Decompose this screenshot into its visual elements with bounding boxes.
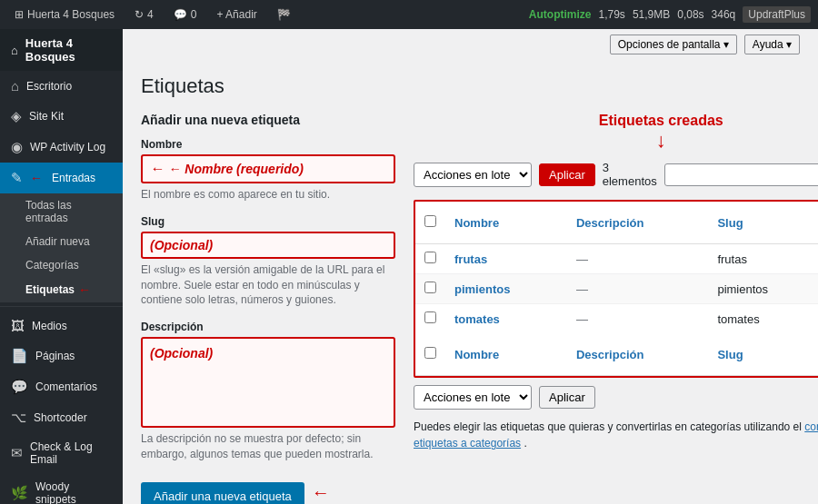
woody-icon: 🌿 <box>11 485 28 501</box>
submit-arrow: ← <box>312 482 330 503</box>
col-descripcion-header[interactable]: Descripción <box>567 202 708 244</box>
tag-name-link[interactable]: frutas <box>454 252 487 266</box>
sidebar-label-medios: Medios <box>32 320 67 332</box>
screen-options-bar: Opciones de pantalla ▾ Ayuda ▾ <box>123 29 818 60</box>
updates-badge[interactable]: ↻ 4 <box>127 8 161 21</box>
apply-button-top[interactable]: Aplicar <box>539 163 595 186</box>
footer-note: Puedes elegir las etiquetas que quieras … <box>414 419 818 451</box>
sidebar-item-comentarios[interactable]: 💬 Comentarios <box>0 371 123 402</box>
checklog-icon: ✉ <box>11 445 23 461</box>
slug-help: El «slug» es la versión amigable de la U… <box>141 262 395 308</box>
sidebar-item-medios[interactable]: 🖼 Medios <box>0 311 123 341</box>
add-new-button[interactable]: + Añadir <box>209 8 264 21</box>
row-checkbox[interactable] <box>424 252 436 263</box>
bulk-actions-select[interactable]: Acciones en lote <box>414 163 532 187</box>
col-check-header <box>415 202 445 244</box>
sidebar-label-comentarios: Comentarios <box>35 380 97 393</box>
customize-icon[interactable]: 🏁 <box>270 8 298 21</box>
slug-annotation: (Opcional) <box>141 232 395 259</box>
select-all-checkbox[interactable] <box>424 215 436 227</box>
sidebar-item-shortcoder[interactable]: ⌥ Shortcoder <box>0 402 123 433</box>
apply-button-bottom[interactable]: Aplicar <box>539 386 595 409</box>
site-name[interactable]: ⊞ Huerta 4 Bosques <box>7 8 122 21</box>
dashboard-icon: ⌂ <box>11 78 19 94</box>
sidebar-sub-todas[interactable]: Todas las entradas <box>0 193 123 230</box>
table-row: frutas — frutas 3 <box>415 244 818 274</box>
row-descripcion: — <box>567 304 708 334</box>
perf2: 51,9MB <box>633 8 670 21</box>
bulk-actions-select-bottom[interactable]: Acciones en lote <box>414 385 532 410</box>
sidebar-item-entradas[interactable]: ✎ ← Entradas <box>0 163 123 193</box>
row-nombre: tomates <box>445 304 567 334</box>
help-button[interactable]: Ayuda ▾ <box>744 35 800 54</box>
submit-tag-button[interactable]: Añadir una nueva etiqueta <box>141 482 304 504</box>
search-input[interactable] <box>664 163 818 186</box>
entradas-icon: ✎ <box>11 170 23 186</box>
tag-name-link[interactable]: tomates <box>454 312 500 326</box>
row-slug: frutas <box>708 244 818 274</box>
down-arrow: ↓ <box>414 129 818 153</box>
screen-options-button[interactable]: Opciones de pantalla ▾ <box>610 35 737 54</box>
add-tag-form: Añadir una nueva etiqueta Nombre ← ← Nom… <box>141 113 395 504</box>
comentarios-icon: 💬 <box>11 379 28 395</box>
sidebar-label-woody: Woody snippets <box>35 480 112 504</box>
desc-label: Descripción <box>141 321 395 333</box>
row-slug: tomates <box>708 304 818 334</box>
nombre-label: Nombre <box>141 138 395 151</box>
sidebar-label-escritorio: Escritorio <box>26 80 72 93</box>
sidebar-sub-categorias[interactable]: Categorías <box>0 253 123 277</box>
sidebar-item-woody[interactable]: 🌿 Woody snippets <box>0 473 123 504</box>
etiquetas-creadas-annotation: Etiquetas creadas ↓ <box>414 113 818 153</box>
sidebar-item-paginas[interactable]: 📄 Páginas <box>0 341 123 371</box>
table-toolbar-bottom: Acciones en lote Aplicar 3 elementos <box>414 385 818 410</box>
col-slug-header[interactable]: Slug <box>708 202 818 244</box>
form-title: Añadir una nueva etiqueta <box>141 113 395 127</box>
tag-name-link[interactable]: pimientos <box>454 282 510 296</box>
sidebar-sub-anadir[interactable]: Añadir nueva <box>0 230 123 253</box>
tags-table-col: Etiquetas creadas ↓ Acciones en lote Apl… <box>414 113 818 504</box>
wp-icon: ⊞ <box>15 8 24 21</box>
admin-bar: ⊞ Huerta 4 Bosques ↻ 4 💬 0 + Añadir 🏁 Au… <box>0 0 818 29</box>
updraftplus-button[interactable]: UpdraftPlus <box>743 6 811 23</box>
sidebar-item-check-log[interactable]: ✉ Check & Log Email <box>0 433 123 473</box>
row-checkbox[interactable] <box>424 311 436 323</box>
sidebar-item-escritorio[interactable]: ⌂ Escritorio <box>0 71 123 101</box>
row-checkbox[interactable] <box>424 282 436 293</box>
comments-badge[interactable]: 💬 0 <box>166 8 204 21</box>
nombre-help: El nombre es como aparece en tu sitio. <box>141 187 395 203</box>
col-nombre-footer[interactable]: Nombre <box>445 333 567 376</box>
desc-annotation: (Opcional) <box>141 337 395 428</box>
nombre-section: Nombre ← ← Nombre (requerido) El nombre … <box>141 138 395 203</box>
entradas-arrow: ← <box>30 171 43 185</box>
table-row: pimientos — pimientos 1 <box>415 274 818 304</box>
col-nombre-header[interactable]: Nombre <box>445 202 567 244</box>
sidebar-sub-etiquetas[interactable]: Etiquetas ← <box>0 277 123 302</box>
item-count-top: 3 elementos <box>603 161 657 188</box>
row-check <box>415 304 445 334</box>
perf3: 0,08s <box>677 8 703 21</box>
site-logo[interactable]: ⌂ Huerta 4 Bosques <box>0 29 123 71</box>
sitekit-icon: ◈ <box>11 108 22 124</box>
table-row: tomates — tomates 1 <box>415 304 818 334</box>
col-slug-footer[interactable]: Slug <box>708 333 818 376</box>
slug-section: Slug (Opcional) El «slug» es la versión … <box>141 215 395 308</box>
etiquetas-arrow: ← <box>78 282 91 297</box>
updates-icon: ↻ <box>135 8 144 21</box>
row-check <box>415 244 445 274</box>
row-nombre: pimientos <box>445 274 567 304</box>
row-slug: pimientos <box>708 274 818 304</box>
sidebar-item-wpactivity[interactable]: ◉ WP Activity Log <box>0 132 123 163</box>
col-descripcion-footer[interactable]: Descripción <box>567 333 708 376</box>
tags-table: Nombre Descripción Slug Ca <box>415 202 818 376</box>
logo-icon: ⌂ <box>11 44 18 57</box>
slug-label: Slug <box>141 215 395 228</box>
table-footer-row: Nombre Descripción Slug Ca <box>415 333 818 376</box>
sidebar: ⌂ Huerta 4 Bosques ⌂ Escritorio ◈ Site K… <box>0 29 123 504</box>
table-header-row: Nombre Descripción Slug Ca <box>415 202 818 244</box>
medios-icon: 🖼 <box>11 318 25 333</box>
sidebar-item-sitekit[interactable]: ◈ Site Kit <box>0 101 123 132</box>
perf4: 346q <box>712 8 736 21</box>
select-all-footer-checkbox[interactable] <box>424 347 436 359</box>
activity-icon: ◉ <box>11 139 23 155</box>
shortcoder-icon: ⌥ <box>11 410 26 426</box>
